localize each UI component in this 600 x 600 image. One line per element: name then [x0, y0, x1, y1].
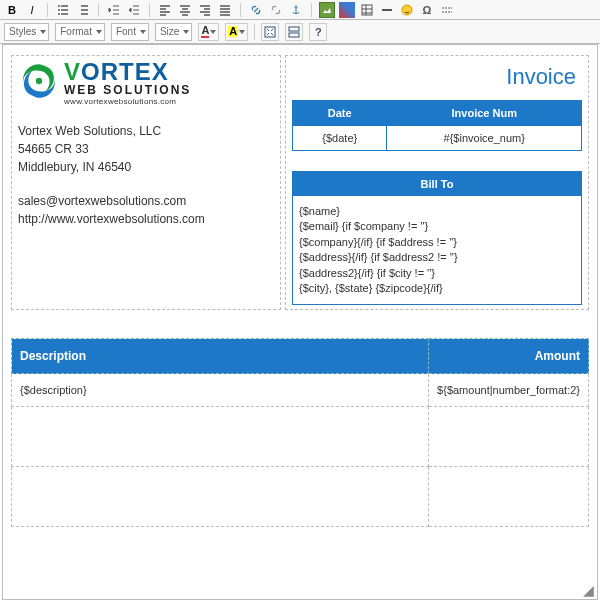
invoice-num-header: Invoice Num: [387, 101, 582, 126]
description-cell-empty: [12, 467, 429, 527]
line-items-table[interactable]: Description Amount {$description} ${$amo…: [11, 338, 589, 527]
special-char-button[interactable]: Ω: [419, 2, 435, 18]
svg-point-6: [36, 78, 42, 84]
bold-button[interactable]: B: [4, 2, 20, 18]
svg-rect-4: [289, 33, 299, 37]
brand-url: www.vortexwebsolutions.com: [64, 98, 191, 106]
toolbar-separator: [254, 24, 255, 40]
description-header: Description: [12, 339, 429, 374]
numbered-list-button[interactable]: [75, 2, 91, 18]
description-cell-empty: [12, 407, 429, 467]
chevron-down-icon: [239, 30, 245, 34]
editor-toolbar-bottom: Styles Format Font Size A A ?: [0, 20, 600, 44]
format-dropdown[interactable]: Format: [55, 23, 105, 41]
indent-button[interactable]: [126, 2, 142, 18]
company-contact-block: sales@vortexwebsolutions.com http://www.…: [18, 192, 274, 228]
editor-content-area[interactable]: VORTEX WEB SOLUTIONS www.vortexwebsoluti…: [2, 44, 598, 600]
amount-cell-empty: [429, 467, 589, 527]
chevron-down-icon: [40, 30, 46, 34]
svg-rect-3: [289, 27, 299, 31]
chevron-down-icon: [183, 30, 189, 34]
align-left-button[interactable]: [157, 2, 173, 18]
toolbar-separator: [311, 3, 312, 17]
company-info-cell[interactable]: VORTEX WEB SOLUTIONS www.vortexwebsoluti…: [11, 55, 281, 310]
chevron-down-icon: [96, 30, 102, 34]
styles-dropdown[interactable]: Styles: [4, 23, 49, 41]
font-label: Font: [116, 26, 136, 37]
bill-to-box: Bill To {$name} {$email} {if $company !=…: [292, 171, 582, 305]
font-dropdown[interactable]: Font: [111, 23, 149, 41]
align-right-button[interactable]: [197, 2, 213, 18]
invoice-meta-cell[interactable]: Invoice Date Invoice Num {$date} #{$invo…: [285, 55, 589, 310]
invoice-num-value: #{$invoice_num}: [387, 126, 582, 151]
editor-toolbar-top: B I Ω: [0, 0, 600, 20]
invoice-title: Invoice: [292, 60, 582, 100]
table-row[interactable]: [12, 407, 589, 467]
maximize-button[interactable]: [261, 23, 279, 41]
bill-to-body: {$name} {$email} {if $company != ''} {$c…: [293, 196, 581, 304]
brand-sub: WEB SOLUTIONS: [64, 84, 191, 96]
toolbar-separator: [98, 3, 99, 17]
list-button[interactable]: [55, 2, 71, 18]
table-row[interactable]: [12, 467, 589, 527]
flash-button[interactable]: [339, 2, 355, 18]
vortex-swirl-icon: [18, 60, 60, 102]
brand-letter-v: V: [64, 58, 81, 85]
styles-label: Styles: [9, 26, 36, 37]
size-label: Size: [160, 26, 179, 37]
text-color-button[interactable]: A: [198, 23, 219, 41]
letter-a-highlight-icon: A: [228, 26, 238, 37]
company-logo: VORTEX WEB SOLUTIONS www.vortexwebsoluti…: [18, 60, 274, 106]
company-name: Vortex Web Solutions, LLC: [18, 122, 274, 140]
svg-rect-2: [265, 27, 275, 37]
chevron-down-icon: [140, 30, 146, 34]
link-button[interactable]: [248, 2, 264, 18]
amount-cell: ${$amount|number_format:2}: [429, 374, 589, 407]
format-label: Format: [60, 26, 92, 37]
amount-header: Amount: [429, 339, 589, 374]
about-button[interactable]: ?: [309, 23, 327, 41]
company-addr1: 54665 CR 33: [18, 140, 274, 158]
resize-grip-icon[interactable]: ◢: [583, 585, 595, 597]
image-button[interactable]: [319, 2, 335, 18]
hr-button[interactable]: [379, 2, 395, 18]
size-dropdown[interactable]: Size: [155, 23, 192, 41]
italic-button[interactable]: I: [24, 2, 40, 18]
toolbar-separator: [149, 3, 150, 17]
toolbar-separator: [240, 3, 241, 17]
bill-to-header: Bill To: [293, 172, 581, 196]
company-addr2: Middlebury, IN 46540: [18, 158, 274, 176]
letter-a-icon: A: [201, 25, 209, 38]
outdent-button[interactable]: [106, 2, 122, 18]
svg-point-1: [402, 5, 412, 15]
brand-rest: ORTEX: [81, 58, 169, 85]
table-button[interactable]: [359, 2, 375, 18]
background-color-button[interactable]: A: [225, 23, 248, 41]
description-cell: {$description}: [12, 374, 429, 407]
company-website: http://www.vortexwebsolutions.com: [18, 210, 274, 228]
invoice-meta-table: Date Invoice Num {$date} #{$invoice_num}: [292, 100, 582, 151]
anchor-button[interactable]: [288, 2, 304, 18]
table-row[interactable]: {$description} ${$amount|number_format:2…: [12, 374, 589, 407]
amount-cell-empty: [429, 407, 589, 467]
chevron-down-icon: [210, 30, 216, 34]
show-blocks-button[interactable]: [285, 23, 303, 41]
page-break-button[interactable]: [439, 2, 455, 18]
company-email: sales@vortexwebsolutions.com: [18, 192, 274, 210]
unlink-button[interactable]: [268, 2, 284, 18]
smiley-button[interactable]: [399, 2, 415, 18]
align-justify-button[interactable]: [217, 2, 233, 18]
toolbar-separator: [47, 3, 48, 17]
company-address-block: Vortex Web Solutions, LLC 54665 CR 33 Mi…: [18, 122, 274, 176]
date-header: Date: [293, 101, 387, 126]
date-value: {$date}: [293, 126, 387, 151]
align-center-button[interactable]: [177, 2, 193, 18]
